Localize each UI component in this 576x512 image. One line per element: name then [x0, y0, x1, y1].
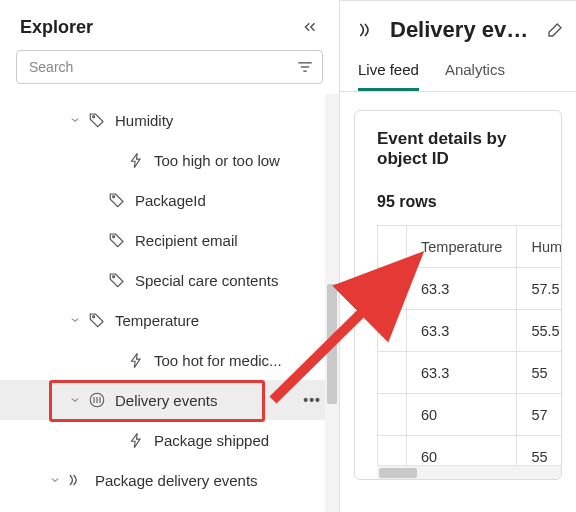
- bolt-icon: [128, 152, 145, 169]
- scrollbar-thumb[interactable]: [327, 284, 337, 404]
- tree-item-temperature[interactable]: Temperature: [0, 300, 339, 340]
- table-cell: 60: [407, 436, 517, 466]
- table-cell: 55.5: [517, 310, 561, 352]
- tab-live-feed[interactable]: Live feed: [358, 53, 419, 91]
- sidebar-title: Explorer: [20, 17, 93, 38]
- tree-item-package-shipped[interactable]: Package shipped: [0, 420, 339, 460]
- edit-icon[interactable]: [546, 21, 564, 39]
- column-header[interactable]: Temperature: [407, 226, 517, 268]
- event-details-card: Event details by object ID 95 rows Tempe…: [354, 110, 562, 480]
- tree-item-label: Special care contents: [135, 272, 321, 289]
- search-input[interactable]: [16, 50, 323, 84]
- table-cell: 55: [517, 436, 561, 466]
- collapse-sidebar-button[interactable]: [297, 14, 323, 40]
- tree-scrollbar[interactable]: [325, 94, 339, 512]
- filter-icon[interactable]: [295, 57, 315, 77]
- hscroll-thumb[interactable]: [379, 468, 417, 478]
- tree-item-delivery-events[interactable]: Delivery events•••: [0, 380, 339, 420]
- chevron-down-icon[interactable]: [68, 114, 82, 126]
- sidebar-header: Explorer: [0, 0, 339, 50]
- tab-analytics[interactable]: Analytics: [445, 53, 505, 91]
- explorer-tree: HumidityToo high or too lowPackageIdReci…: [0, 94, 339, 512]
- tree-item-label: Humidity: [115, 112, 321, 129]
- table-cell: 60: [407, 394, 517, 436]
- tabs: Live feedAnalytics: [340, 53, 576, 92]
- tree-item-label: Temperature: [115, 312, 321, 329]
- chevron-double-left-icon: [301, 18, 319, 36]
- tree-item-label: Package delivery events: [95, 472, 321, 489]
- table-cell: 55: [517, 352, 561, 394]
- table-cell: 63.3: [407, 310, 517, 352]
- table-row[interactable]: 6055: [378, 436, 562, 466]
- data-table: TemperatureHum63.357.563.355.563.3556057…: [377, 225, 561, 465]
- table-cell: 63.3: [407, 352, 517, 394]
- tree-item-recipient-email[interactable]: Recipient email: [0, 220, 339, 260]
- tag-icon: [108, 271, 126, 289]
- stream-icon: [358, 19, 380, 41]
- tree-item-too-hot-for-medic[interactable]: Too hot for medic...: [0, 340, 339, 380]
- svg-point-7: [93, 316, 95, 318]
- table-cell: 57.5: [517, 268, 561, 310]
- table-row[interactable]: 63.355.5: [378, 310, 562, 352]
- bolt-icon: [128, 432, 145, 449]
- table-wrap: TemperatureHum63.357.563.355.563.3556057…: [377, 225, 561, 465]
- table-cell: 57: [517, 394, 561, 436]
- tag-icon: [108, 191, 126, 209]
- table-row[interactable]: 6057: [378, 394, 562, 436]
- tree-item-express-shipping-requ[interactable]: Express shipping requ...: [0, 500, 339, 512]
- stream-circle-icon: [88, 391, 106, 409]
- tree-item-label: Too hot for medic...: [154, 352, 321, 369]
- explorer-sidebar: Explorer HumidityToo high or too lowPack…: [0, 0, 340, 512]
- tree-item-package-delivery-events[interactable]: Package delivery events: [0, 460, 339, 500]
- tag-icon: [88, 311, 106, 329]
- search-wrap: [0, 50, 339, 94]
- tree-item-special-care-contents[interactable]: Special care contents: [0, 260, 339, 300]
- table-cell: 63.3: [407, 268, 517, 310]
- tree-item-too-high-or-too-low[interactable]: Too high or too low: [0, 140, 339, 180]
- table-row[interactable]: 63.357.5: [378, 268, 562, 310]
- svg-point-5: [113, 236, 115, 238]
- svg-point-3: [93, 116, 95, 118]
- column-header[interactable]: Hum: [517, 226, 561, 268]
- table-row[interactable]: 63.355: [378, 352, 562, 394]
- svg-point-6: [113, 276, 115, 278]
- tree-item-label: Recipient email: [135, 232, 321, 249]
- svg-point-4: [113, 196, 115, 198]
- main-header: Delivery events: [340, 1, 576, 53]
- chevron-down-icon[interactable]: [48, 474, 62, 486]
- tree-item-packageid[interactable]: PackageId: [0, 180, 339, 220]
- tree-item-label: Package shipped: [154, 432, 321, 449]
- chevron-down-icon[interactable]: [68, 394, 82, 406]
- tag-icon: [88, 111, 106, 129]
- card-title: Event details by object ID: [377, 129, 561, 169]
- main-panel: Delivery events Live feedAnalytics Event…: [340, 0, 576, 512]
- horizontal-scrollbar[interactable]: [377, 465, 561, 479]
- tree-item-label: PackageId: [135, 192, 321, 209]
- tree-item-label: Too high or too low: [154, 152, 321, 169]
- chevron-down-icon[interactable]: [68, 314, 82, 326]
- tree-item-label: Delivery events: [115, 392, 297, 409]
- bolt-icon: [128, 352, 145, 369]
- row-count: 95 rows: [377, 193, 561, 211]
- stream-icon: [68, 471, 86, 489]
- tag-icon: [108, 231, 126, 249]
- tree-item-humidity[interactable]: Humidity: [0, 100, 339, 140]
- page-title: Delivery events: [390, 17, 536, 43]
- more-actions-button[interactable]: •••: [303, 392, 321, 408]
